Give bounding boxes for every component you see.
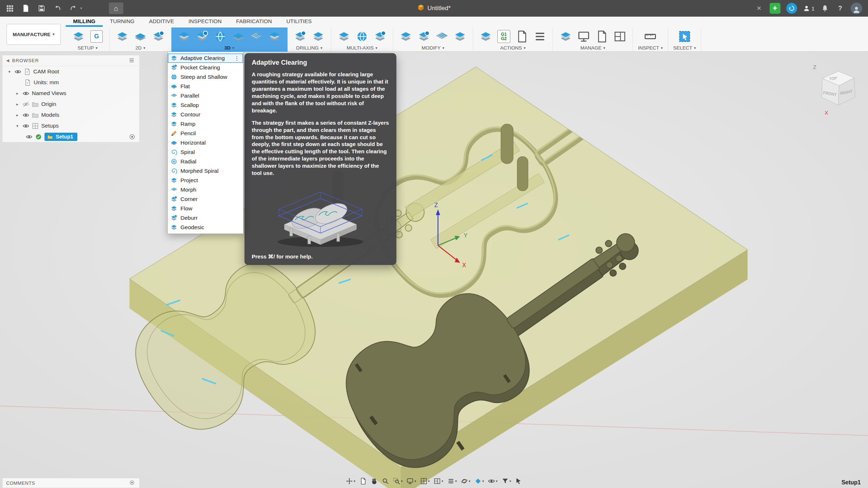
trim-toolpath-icon[interactable] (416, 29, 431, 44)
setup-sheet-icon[interactable] (514, 29, 529, 44)
menu-item-morphed-spiral[interactable]: Morphed Spiral (168, 166, 243, 176)
scallop-icon[interactable] (267, 29, 282, 44)
file-menu-icon[interactable] (21, 4, 30, 13)
adaptive-clearing-icon[interactable] (176, 29, 192, 44)
edit-toolpath-icon[interactable] (398, 29, 413, 44)
expanded-caret-icon[interactable]: ▾ (7, 69, 12, 74)
redo-dropdown-icon[interactable]: ▾ (80, 7, 82, 10)
save-icon[interactable] (37, 4, 46, 13)
manage-menu-button[interactable]: MANAGE▾ (580, 45, 605, 51)
position-button[interactable]: ▾ (344, 476, 357, 487)
item-options-icon[interactable]: ⋮ (234, 55, 241, 62)
steps-button[interactable]: ▾ (446, 476, 459, 487)
expand-comments-icon[interactable] (129, 480, 136, 486)
2d-menu-button[interactable]: 2D▾ (135, 45, 145, 51)
camera-view-button[interactable]: ▾ (486, 476, 499, 487)
new-setup-icon[interactable] (71, 29, 86, 44)
setup-menu-button[interactable]: SETUP▾ (77, 45, 97, 51)
post-library-icon[interactable]: G (89, 29, 104, 44)
menu-item-parallel[interactable]: Parallel (168, 91, 243, 100)
measure-icon[interactable] (643, 29, 658, 44)
visibility-eye-icon[interactable] (14, 68, 21, 75)
2d-adaptive-icon[interactable] (115, 29, 130, 44)
app-launcher-icon[interactable] (5, 4, 14, 13)
help-icon[interactable]: ? (835, 4, 845, 13)
tab-fabrication[interactable]: FABRICATION (229, 17, 279, 27)
menu-item-scallop[interactable]: Scallop (168, 100, 243, 110)
menu-item-steep-and-shallow[interactable]: Steep and Shallow (168, 72, 243, 82)
drilling-menu-button[interactable]: DRILLING▾ (296, 45, 322, 51)
grid-snaps-button[interactable]: ▾ (418, 476, 431, 487)
simulate-icon[interactable] (478, 29, 493, 44)
tree-item-setups[interactable]: ▾ Setups (3, 120, 139, 131)
visibility-off-eye-icon[interactable] (22, 101, 29, 108)
home-button[interactable]: ⌂ (109, 3, 123, 14)
2d-pocket-icon[interactable] (133, 29, 148, 44)
tree-item-setup1[interactable]: Setup1 (3, 131, 139, 142)
redo-icon[interactable] (69, 4, 78, 13)
parallel-icon[interactable] (249, 29, 264, 44)
generate-toolpath-icon[interactable] (532, 29, 548, 44)
tab-additive[interactable]: ADDITIVE (142, 17, 181, 27)
bore-icon[interactable] (311, 29, 326, 44)
link-passes-icon[interactable] (452, 29, 468, 44)
collapsed-caret-icon[interactable]: ▸ (15, 113, 20, 117)
visibility-eye-icon[interactable] (26, 133, 33, 140)
2d-contour-icon[interactable] (151, 29, 166, 44)
3d-menu-button[interactable]: 3D▾ (224, 45, 234, 51)
tab-turning[interactable]: TURNING (103, 17, 142, 27)
undo-icon[interactable] (53, 4, 62, 13)
comments-bar[interactable]: COMMENTS (2, 478, 140, 488)
menu-item-geodesic[interactable]: Geodesic (168, 223, 243, 232)
marking-menu-button[interactable] (514, 476, 524, 487)
swarf-icon[interactable] (336, 29, 352, 44)
flat-icon[interactable] (231, 29, 246, 44)
visibility-eye-icon[interactable] (22, 123, 29, 129)
inspect-menu-button[interactable]: INSPECT▾ (638, 45, 663, 51)
multiaxis-contour-icon[interactable] (354, 29, 370, 44)
capture-image-button[interactable] (358, 476, 368, 487)
menu-item-corner[interactable]: Corner (168, 194, 243, 204)
actions-menu-button[interactable]: ACTIONS▾ (500, 45, 526, 51)
tab-utilities[interactable]: UTILITIES (279, 17, 319, 27)
new-document-tab-button[interactable]: + (770, 3, 780, 14)
menu-item-pocket-clearing[interactable]: Pocket Clearing (168, 63, 243, 72)
task-manager-icon[interactable] (576, 29, 591, 44)
menu-item-adaptive-clearing[interactable]: Adaptive Clearing ⋮ (168, 53, 243, 63)
view-cube[interactable]: Z TOP FRONT RIGHT X (809, 60, 863, 123)
menu-item-ramp[interactable]: Ramp (168, 119, 243, 129)
menu-item-radial[interactable]: Radial (168, 157, 243, 166)
browser-menu-icon[interactable] (128, 57, 136, 64)
tree-item-models[interactable]: ▸ Models (3, 110, 139, 120)
active-setup-radio-icon[interactable] (129, 133, 136, 140)
delete-passes-icon[interactable] (434, 29, 450, 44)
collapsed-caret-icon[interactable]: ▸ (15, 102, 20, 107)
menu-item-flat[interactable]: Flat (168, 82, 243, 91)
post-library-manage-icon[interactable] (594, 29, 609, 44)
document-tab[interactable]: Untitled* (417, 4, 451, 13)
zoom-button[interactable] (380, 476, 390, 487)
menu-item-project[interactable]: Project (168, 176, 243, 185)
tree-item-units[interactable]: Units: mm (3, 77, 139, 88)
multiaxis-menu-button[interactable]: MULTI-AXIS▾ (347, 45, 378, 51)
menu-item-contour[interactable]: Contour (168, 110, 243, 119)
visual-style-button[interactable]: ▾ (473, 476, 486, 487)
tree-item-origin[interactable]: ▸ Origin (3, 99, 139, 110)
orbit-button[interactable]: ▾ (459, 476, 472, 487)
expanded-caret-icon[interactable]: ▾ (15, 124, 20, 128)
modify-menu-button[interactable]: MODIFY▾ (422, 45, 444, 51)
sync-status-icon[interactable] (786, 3, 797, 14)
menu-item-morph[interactable]: Morph (168, 185, 243, 194)
viewports-button[interactable]: ▾ (432, 476, 445, 487)
collaboration-button[interactable]: 1 (803, 5, 814, 12)
pan-button[interactable] (369, 476, 379, 487)
menu-item-flow[interactable]: Flow (168, 204, 243, 213)
pocket-clearing-icon[interactable] (195, 29, 210, 44)
menu-item-pencil[interactable]: Pencil (168, 129, 243, 138)
flow-multiaxis-icon[interactable] (373, 29, 388, 44)
tree-item-cam-root[interactable]: ▾ CAM Root (3, 66, 139, 77)
display-settings-button[interactable]: ▾ (405, 476, 418, 487)
collapse-panel-icon[interactable]: ◀ (6, 58, 9, 63)
setup1-selected-node[interactable]: Setup1 (44, 133, 77, 141)
menu-item-deburr[interactable]: Deburr (168, 213, 243, 223)
